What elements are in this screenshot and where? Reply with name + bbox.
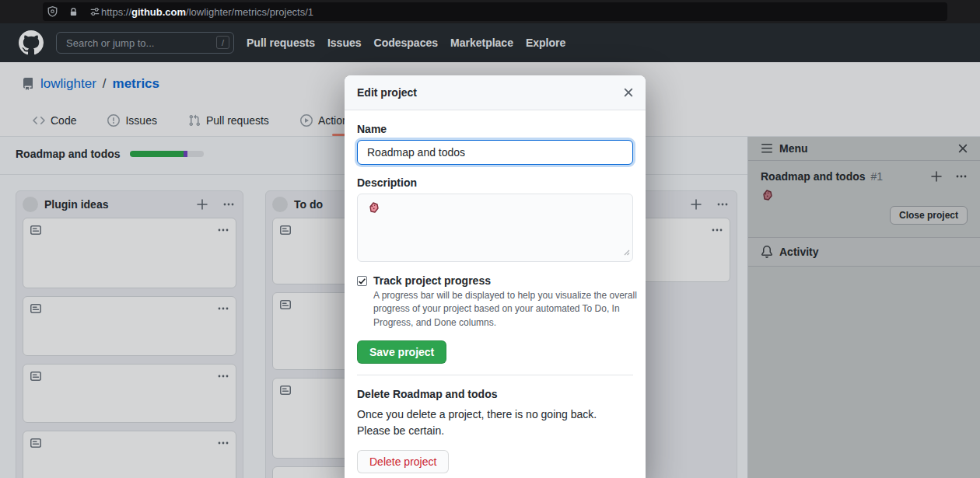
browser-chrome: https://github.com/lowlighter/metrics/pr… [0,0,980,23]
lock-icon[interactable] [68,6,79,18]
track-progress-help-text: A progress bar will be displayed to help… [373,289,639,330]
name-label: Name [357,123,633,135]
project-description-emoji-icon [367,201,380,214]
edit-project-modal: Edit project Name Description Track proj… [345,75,646,478]
url-bar[interactable]: https://github.com/lowlighter/metrics/pr… [43,2,947,21]
save-project-button[interactable]: Save project [357,340,446,364]
shield-icon[interactable] [47,5,58,18]
permissions-icon[interactable] [89,6,101,17]
delete-section-heading: Delete Roadmap and todos [357,388,633,400]
description-label: Description [357,176,633,189]
track-progress-label[interactable]: Track project progress [373,274,491,287]
project-name-input[interactable] [357,140,633,165]
url-text: https://github.com/lowlighter/metrics/pr… [101,6,313,18]
modal-divider [357,375,633,375]
delete-project-button[interactable]: Delete project [357,450,449,473]
delete-warning-text: Once you delete a project, there is no g… [357,406,621,439]
project-description-textarea[interactable] [357,194,633,262]
modal-title: Edit project [357,86,624,99]
track-progress-checkbox[interactable] [357,276,367,286]
resize-handle[interactable] [622,245,630,259]
close-modal-icon[interactable] [624,88,633,97]
